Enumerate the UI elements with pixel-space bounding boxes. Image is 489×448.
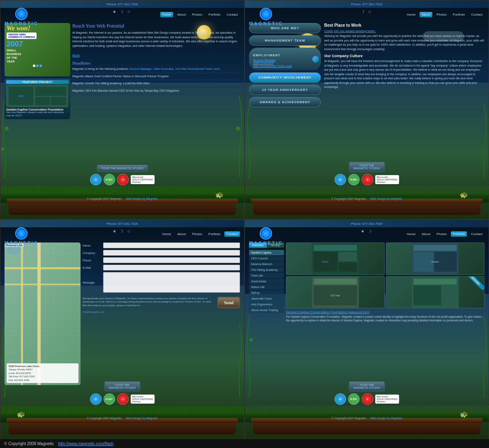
anniversary-btn[interactable]: 10 Year Anniversary [249, 85, 321, 95]
plist-rypop[interactable]: RyPop [249, 290, 284, 296]
portfolio-screen-1: SCCF [286, 242, 385, 275]
svg-rect-4 [51, 97, 66, 105]
company-label: Company: [83, 252, 101, 254]
plist-sanibel[interactable]: Sanibel-Captiva [249, 250, 284, 255]
send-button[interactable]: Send [217, 297, 240, 308]
nav3-about[interactable]: About [175, 231, 188, 237]
featured-box: FEATURED PROJECT SCCF Sanibel-Captiva Co… [5, 79, 70, 119]
email-input[interactable] [103, 265, 240, 270]
plist-hub[interactable]: Hub Ergonomics [249, 302, 284, 307]
contact-form: Name: Company: Phone: E-Mail: Message: [83, 242, 240, 385]
ms-badge-2: MicrosoftGOLD CERTIFIEDPartner [375, 175, 399, 184]
nav-home[interactable]: Home [160, 12, 173, 17]
nav-portfolio[interactable]: Portfolio [206, 12, 222, 17]
name-input[interactable] [103, 242, 240, 248]
employment-links: Account Manager Sales Executive Web Deve… [253, 59, 317, 67]
plist-janesville[interactable]: Janesville Coins [249, 296, 284, 301]
web-design-link[interactable]: Web Design by Magnetic [126, 197, 158, 200]
community-btn[interactable]: Community Involvement [249, 72, 321, 83]
svg-rect-16 [413, 245, 457, 251]
portfolio-project-title: Sanibel-Captiva Conservation Foundation … [286, 310, 484, 322]
web-design-link-4[interactable]: Web Design by Magnetic [370, 417, 402, 420]
nav3-photos[interactable]: Photos [190, 231, 204, 237]
message-label: Message: [83, 281, 101, 284]
stars-4: ★ ☽ [361, 229, 373, 233]
tour-button-2[interactable]: TOUR THEMAGNETIC STUDIO [349, 162, 385, 172]
nav3-contact[interactable]: Contact [224, 231, 240, 237]
plist-hitting[interactable]: The Hitting Academy [249, 267, 284, 272]
p2-left-col: Who Are We? Management Team Employment A… [249, 23, 321, 166]
name-label: Name: [83, 244, 101, 247]
nav-contact[interactable]: Contact [224, 12, 240, 17]
join-link[interactable]: Come join our award-winning team. [324, 29, 484, 33]
logo-circle-4 [260, 227, 272, 240]
nav2-about[interactable]: About [420, 12, 432, 17]
panel-copyright-4: © Copyright 2007 Magnetic [331, 417, 366, 420]
emp-link-1[interactable]: Account Manager [253, 59, 317, 62]
nav2-home[interactable]: Home [405, 12, 417, 17]
panel-about: Phone: 877.932.7526 ☽ ☆ MAGNETIC Home Ab… [244, 0, 489, 219]
top-bar: Phone: 877.932.7526 [0, 0, 244, 8]
more-link[interactable]: More [72, 53, 80, 57]
culture-title: Our Company Culture [324, 54, 484, 58]
panel-copyright-2: © Copyright 2007 Magnetic [331, 197, 366, 200]
arrow-button[interactable]: › [312, 56, 319, 62]
plist-stone[interactable]: Stone House Trading [249, 307, 284, 313]
emp-link-2[interactable]: Sales Executive [253, 62, 317, 65]
svg-text:SCCF: SCCF [18, 95, 24, 97]
portfolio-right-col: SCCF Portfolio SCCF Map Sanibel-Captiva … [286, 242, 484, 385]
nav2-contact[interactable]: Contact [469, 12, 484, 17]
logo-area: MAGNETIC [5, 8, 39, 26]
panel-footer-2: © Copyright 2007 Magnetic Web Design by … [245, 197, 489, 200]
nav-about[interactable]: About [175, 12, 188, 17]
nav4-home[interactable]: Home [405, 231, 417, 237]
plist-deanna[interactable]: Deanna Marcum [249, 261, 284, 267]
logo-circle-2 [260, 8, 272, 20]
tour-button-3[interactable]: TOUR THEMAGNETIC STUDIO [104, 381, 140, 391]
management-team-btn[interactable]: Management Team [249, 35, 321, 46]
plist-ceo[interactable]: CEO Council [249, 256, 284, 261]
nav3-portfolio[interactable]: Portfolio [206, 231, 222, 237]
svg-rect-2 [35, 87, 66, 96]
tour-button-4[interactable]: TOUR THEMAGNETIC STUDIO [349, 381, 385, 391]
panel-portfolio: Phone: 877.932.7526 ★ ☽ MAGNETIC Home Ab… [244, 219, 489, 439]
nav-photos[interactable]: Photos [190, 12, 204, 17]
plist-good[interactable]: Good Deals [249, 279, 284, 284]
plist-thee[interactable]: Thee Life [249, 273, 284, 278]
nav3-home[interactable]: Home [160, 231, 173, 237]
nav4-photos[interactable]: Photos [434, 231, 449, 237]
bottom-link[interactable]: http://www.magnetic.com/flash [58, 441, 113, 446]
email-contact-link[interactable]: info@magnetic.com [83, 311, 104, 313]
plist-wilson[interactable]: Wilson Hill [249, 284, 284, 290]
emp-link-3[interactable]: Web Development Team Lead [253, 65, 317, 67]
logo-circle [15, 8, 28, 20]
badge-award-2: ★ [362, 174, 373, 185]
headline-4: Magnetic CEO Kim Balunas Named CEO of th… [72, 89, 240, 95]
about-text-1: Working for Magnetic will provide you wi… [324, 34, 484, 51]
planter-2 [253, 201, 480, 215]
nav2-portfolio[interactable]: Portfolio [451, 12, 467, 17]
badge-award-3: ★ [117, 393, 129, 405]
badges-3: 10 W 2007 ★ MicrosoftGOLD CERTIFIEDPartn… [90, 393, 155, 405]
p1-left-col: We won! GREATER TAMPACHAMBER OF COMMERCE… [5, 23, 70, 166]
headlines-title: Headlines [72, 60, 240, 65]
nav2-photos[interactable]: Photos [434, 12, 449, 17]
portfolio-screen-2: Portfolio [386, 242, 484, 275]
headline-1: Magnetic is hiring for the following pos… [72, 67, 240, 73]
logo-area-3: MAGNETIC [5, 227, 39, 245]
nav4-about[interactable]: About [420, 231, 432, 237]
awards-btn[interactable]: Awards & Achievement [249, 97, 321, 107]
year-text: 2007 [7, 40, 68, 48]
tour-button[interactable]: TOUR THE MAGNETIC STUDIO [97, 165, 148, 172]
message-input[interactable] [103, 272, 240, 293]
nav4-portfolio[interactable]: Portfolio [451, 231, 467, 237]
featured-label: FEATURED PROJECT [6, 80, 69, 84]
web-design-link-3[interactable]: Web Design by Magnetic [126, 417, 158, 420]
p2-right-col: Best Place to Work Come join our award-w… [324, 23, 484, 166]
ms-badge-3: MicrosoftGOLD CERTIFIEDPartner [131, 395, 155, 404]
web-design-link-2[interactable]: Web Design by Magnetic [370, 197, 402, 200]
nav4-contact[interactable]: Contact [469, 231, 484, 237]
company-input[interactable] [103, 250, 240, 256]
screenshot-grid: Phone: 877.932.7526 ★ ☽ ☆ MAGNETIC Home … [0, 0, 489, 439]
phone-input[interactable] [103, 257, 240, 263]
